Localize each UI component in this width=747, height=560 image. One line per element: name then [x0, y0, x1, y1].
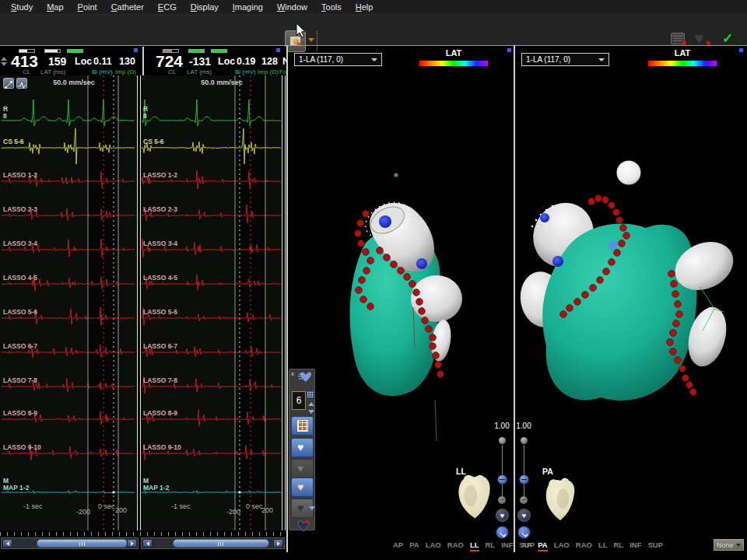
slider-track[interactable] [502, 445, 503, 501]
expand-chevron-button[interactable] [496, 526, 509, 539]
caliper-tool-button[interactable] [3, 78, 14, 89]
channel-label-lasso1-2: LASSO 1-2 [143, 172, 177, 179]
catheter-tip-blue[interactable] [379, 215, 391, 228]
channel-label-lasso5-6: LASSO 5-6 [143, 309, 177, 316]
orientation-button-lao[interactable]: LAO [554, 541, 570, 551]
menu-item-help[interactable]: Help [349, 2, 380, 12]
orientation-button-ap[interactable]: AP [393, 541, 403, 551]
menu-item-point[interactable]: Point [72, 2, 103, 12]
orientation-button-ap[interactable]: AP [521, 541, 531, 551]
catheter-tip-blue[interactable] [540, 213, 549, 222]
time-label: 0 sec [98, 502, 115, 510]
lat-colorbar[interactable] [419, 61, 488, 66]
snapshot-dropdown-chevron-icon[interactable] [308, 38, 314, 42]
menu-item-ecg[interactable]: ECG [152, 2, 183, 12]
heart-icon: ♥ [297, 462, 303, 475]
catheter-tip-blue[interactable] [552, 256, 563, 267]
spinner-down-arrow[interactable] [308, 410, 314, 414]
toolbar-close-button[interactable]: x [291, 370, 294, 377]
heart-orientation-thumbnail[interactable] [540, 474, 580, 526]
heart-alert-icon[interactable] [296, 519, 311, 533]
point-count-spinner[interactable]: 6 [292, 391, 306, 410]
orientation-button-rl[interactable]: RL [614, 541, 624, 551]
freeze-point-button[interactable]: ♥ [291, 478, 314, 497]
menu-item-map[interactable]: Map [40, 2, 69, 12]
orientation-button-inf[interactable]: INF [630, 541, 641, 551]
slider-top-knob[interactable] [499, 437, 506, 444]
zoom-out-knob[interactable]: − [498, 496, 506, 504]
heart-view-button[interactable]: ♥ [517, 509, 531, 522]
map-selector-value: 1-LA (117, 0) [526, 55, 570, 64]
catheter-tip-blue[interactable] [416, 258, 427, 269]
menu-item-tools[interactable]: Tools [315, 2, 348, 12]
heart-view-button[interactable]: ♥ [496, 509, 509, 522]
slider-handle[interactable] [497, 474, 507, 485]
map-selector-dropdown[interactable]: 1-LA (117, 0) [521, 53, 609, 66]
scroll-left-button[interactable] [142, 539, 153, 548]
fast-map-heart-icon[interactable] [298, 371, 314, 383]
ecg-scrollbar-1[interactable] [1, 537, 139, 549]
scroll-right-button[interactable] [273, 539, 283, 548]
spinner-up-arrow[interactable] [308, 402, 314, 406]
heart-orientation-thumbnail[interactable] [453, 473, 496, 523]
slider-top-knob[interactable] [521, 437, 528, 444]
channel-label-cs5-6: CS 5-6 [143, 138, 163, 145]
button-dropdown-chevron-icon[interactable] [309, 506, 315, 510]
channel-label-lasso1-2: LASSO 1-2 [3, 172, 37, 179]
map-selector-dropdown[interactable]: 1-LA (117, 0) [294, 53, 382, 66]
orientation-button-rao[interactable]: RAO [576, 541, 592, 551]
menu-item-display[interactable]: Display [184, 2, 225, 12]
channel-label-lasso4-5: LASSO 4-5 [143, 275, 177, 282]
loc-label: Loc [218, 56, 235, 67]
zoom-slider-right: 1.00 − ♥ [508, 422, 539, 546]
ecg-scrollbar-2[interactable] [141, 537, 285, 549]
orientation-button-ll[interactable]: LL [470, 541, 479, 551]
menu-item-window[interactable]: Window [271, 2, 314, 12]
menu-item-imaging[interactable]: Imaging [226, 2, 269, 12]
orientation-button-lao[interactable]: LAO [426, 541, 441, 551]
annotation-tool-button[interactable] [16, 78, 27, 89]
orientation-button-sup[interactable]: SUP [647, 541, 663, 551]
slider-handle[interactable] [519, 474, 529, 485]
scrollbar-thumb[interactable] [173, 539, 269, 548]
panel-indicator-square [134, 48, 138, 52]
orientation-button-rao[interactable]: RAO [447, 541, 464, 551]
scrollbar-thumb[interactable] [37, 539, 128, 548]
channel-label-r-ii: RII [143, 106, 148, 120]
orientation-button-pa[interactable]: PA [538, 541, 548, 551]
caliper-selection-band[interactable] [235, 75, 265, 530]
point-list-button[interactable] [291, 416, 314, 436]
cl-label: CL [168, 68, 176, 75]
menu-item-catheter[interactable]: Catheter [105, 2, 150, 12]
sweep-speed-label: 50.0 mm/sec [31, 79, 117, 86]
menu-item-study[interactable]: Study [5, 2, 39, 12]
stats-collapse-spinner[interactable] [1, 57, 7, 66]
signal-quality-bar [211, 49, 227, 53]
slider-track[interactable] [524, 445, 524, 501]
orientation-button-rl[interactable]: RL [486, 541, 496, 551]
catheter-electrode-lightblue[interactable] [608, 240, 618, 250]
expand-chevron-button[interactable] [517, 526, 531, 539]
lat-colorbar[interactable] [648, 61, 717, 66]
menu-bar: StudyMapPointCatheterECGDisplayImagingWi… [0, 0, 747, 13]
channel-label-lasso8-9: LASSO 8-9 [143, 410, 177, 417]
imp-label: Imp (Ω) [258, 68, 279, 75]
reference-line [435, 401, 437, 441]
scroll-left-button[interactable] [2, 539, 12, 548]
channel-label-lasso4-5: LASSO 4-5 [3, 275, 37, 282]
scroll-right-button[interactable] [127, 539, 137, 548]
carto-application-window: StudyMapPointCatheterECGDisplayImagingWi… [0, 0, 747, 560]
sweep-speed-label: 50.0 mm/sec [179, 79, 265, 86]
visibility-dropdown[interactable]: None [714, 539, 744, 551]
orientation-button-pa[interactable]: PA [409, 541, 419, 551]
reference-sphere-white[interactable] [617, 161, 641, 185]
acquire-point-button[interactable]: ♥ [291, 438, 314, 457]
channel-label-lasso7-8: LASSO 7-8 [143, 377, 177, 384]
heart-status-icon[interactable]: ♥ [695, 31, 703, 45]
zoom-out-knob[interactable]: − [520, 496, 528, 504]
orientation-button-ll[interactable]: LL [598, 541, 608, 551]
imp-label: Imp (Ω) [115, 68, 136, 75]
caliper-selection-band[interactable] [88, 75, 118, 530]
bi-label: Bi (mV) [235, 68, 256, 75]
heart-pointer-icon: ♥ [297, 441, 303, 454]
